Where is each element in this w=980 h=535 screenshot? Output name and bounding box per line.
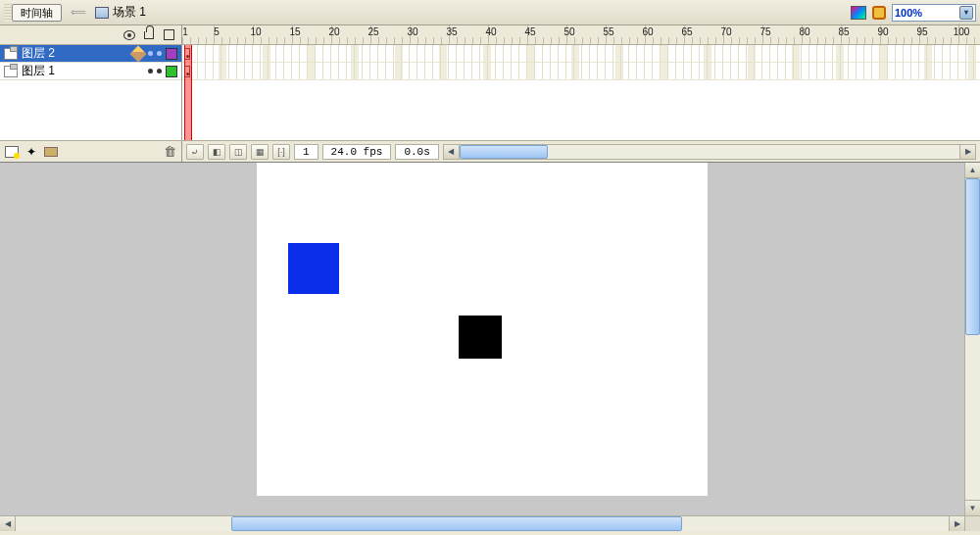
delete-layer-button[interactable]: 🗑 xyxy=(162,144,177,160)
black-square-shape[interactable] xyxy=(459,316,502,359)
scene-selector[interactable]: 场景 1 xyxy=(95,4,146,21)
blue-square-shape[interactable] xyxy=(288,243,339,294)
stage-hscrollbar[interactable]: ◀ ▶ xyxy=(0,515,980,531)
stage-vscrollbar[interactable]: ▲ ▼ xyxy=(964,163,980,515)
visible-dot-icon[interactable] xyxy=(148,51,153,56)
scroll-thumb[interactable] xyxy=(965,178,980,335)
current-frame-readout: 1 xyxy=(294,144,318,160)
timeline-hscrollbar[interactable]: ◀ ▶ xyxy=(443,144,976,160)
lock-dot-icon[interactable] xyxy=(157,69,162,73)
onion-skin-button[interactable]: ◧ xyxy=(208,144,225,160)
scene-icon xyxy=(95,7,109,19)
modify-markers-button[interactable]: [·] xyxy=(272,144,290,160)
layer-row[interactable]: 图层 2 xyxy=(0,45,181,63)
layer-list: 图层 2 图层 1 xyxy=(0,45,182,140)
playhead[interactable] xyxy=(184,45,192,140)
layer-color-chip[interactable] xyxy=(166,66,177,77)
outline-column-icon[interactable] xyxy=(162,28,175,42)
scroll-thumb[interactable] xyxy=(231,516,682,531)
zoom-select[interactable]: 100% ▾ xyxy=(892,4,976,22)
grip-handle[interactable] xyxy=(4,4,12,22)
symbol-icon[interactable] xyxy=(872,6,886,20)
edit-scene-icon[interactable] xyxy=(851,6,866,20)
pencil-icon xyxy=(132,48,144,60)
frame-row[interactable] xyxy=(182,45,980,63)
center-frame-button[interactable]: ⤾ xyxy=(186,144,204,160)
stage[interactable] xyxy=(257,163,708,496)
stage-area: ▲ ▼ xyxy=(0,163,980,515)
scroll-corner xyxy=(964,516,980,531)
layer-name: 图层 2 xyxy=(22,45,128,62)
new-folder-button[interactable] xyxy=(43,144,59,160)
timeline-panel: 1510152025303540455055606570758085909510… xyxy=(0,25,980,163)
visible-dot-icon[interactable] xyxy=(148,69,153,73)
scroll-left-button[interactable]: ◀ xyxy=(444,145,460,159)
layer-color-chip[interactable] xyxy=(166,48,177,60)
zoom-value: 100% xyxy=(895,7,922,19)
scroll-up-button[interactable]: ▲ xyxy=(965,163,980,178)
layer-controls: ✦ 🗑 xyxy=(0,141,182,162)
onion-skin-outline-button[interactable]: ◫ xyxy=(229,144,247,160)
scroll-right-button[interactable]: ▶ xyxy=(949,516,964,531)
elapsed-readout: 0.0s xyxy=(395,144,438,160)
lock-column-icon[interactable] xyxy=(142,28,156,42)
fps-readout: 24.0 fps xyxy=(322,144,392,160)
frames-area[interactable] xyxy=(182,45,980,140)
visibility-column-icon[interactable] xyxy=(122,28,136,42)
lock-dot-icon[interactable] xyxy=(157,51,162,56)
dropdown-arrow-icon: ▾ xyxy=(959,6,973,20)
new-guide-layer-button[interactable]: ✦ xyxy=(24,144,39,160)
scroll-right-button[interactable]: ▶ xyxy=(959,145,975,159)
scroll-thumb[interactable] xyxy=(460,145,548,159)
frame-row[interactable] xyxy=(182,63,980,80)
back-arrow-icon[interactable]: ⟸ xyxy=(70,6,87,19)
frame-ruler[interactable]: 1510152025303540455055606570758085909510… xyxy=(182,25,980,44)
timeline-button[interactable]: 时间轴 xyxy=(12,4,62,22)
edit-multiple-frames-button[interactable]: ▦ xyxy=(251,144,269,160)
scene-label: 场景 1 xyxy=(113,4,146,21)
timeline-status-bar: ⤾ ◧ ◫ ▦ [·] 1 24.0 fps 0.0s ◀ ▶ xyxy=(182,141,980,162)
layer-row[interactable]: 图层 1 xyxy=(0,63,181,80)
layer-icon xyxy=(4,48,18,60)
layer-name: 图层 1 xyxy=(22,63,128,79)
new-layer-button[interactable] xyxy=(4,144,20,160)
scroll-left-button[interactable]: ◀ xyxy=(0,516,16,531)
top-toolbar: 时间轴 ⟸ 场景 1 100% ▾ xyxy=(0,0,980,25)
layer-icon xyxy=(4,66,18,77)
scroll-down-button[interactable]: ▼ xyxy=(965,500,980,515)
layer-header xyxy=(0,25,182,44)
